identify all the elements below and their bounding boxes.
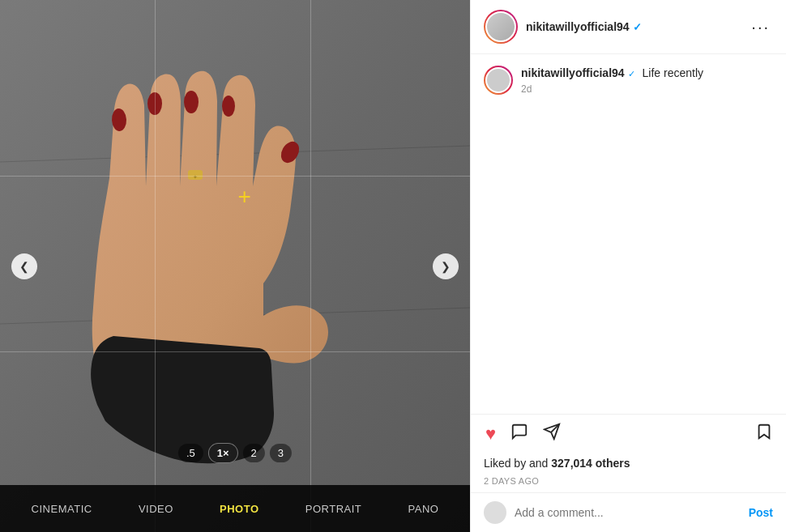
svg-point-5 bbox=[184, 91, 199, 113]
liked-by-label: Liked by bbox=[484, 457, 526, 470]
header-avatar[interactable] bbox=[484, 10, 518, 44]
post-header: nikitawillyofficial94 ✓ ··· bbox=[471, 0, 786, 54]
camera-panel: ✦ الله + ❮ ❯ .5 1× 2 3 CINEMATIC VIDEO P… bbox=[0, 0, 470, 532]
comment-text: Life recently bbox=[643, 66, 703, 79]
instagram-panel: nikitawillyofficial94 ✓ ··· nikitawillyo… bbox=[470, 0, 786, 532]
post-timestamp: 2 DAYS AGO bbox=[471, 475, 786, 492]
mode-photo[interactable]: PHOTO bbox=[213, 500, 266, 518]
zoom-2x[interactable]: 2 bbox=[243, 444, 265, 462]
share-icon bbox=[543, 423, 561, 440]
add-comment-row: Post bbox=[471, 492, 786, 532]
share-button[interactable] bbox=[541, 421, 562, 447]
likes-count[interactable]: 327,014 others bbox=[551, 457, 630, 470]
comment-verified-badge: ✓ bbox=[628, 69, 635, 79]
header-username-row: nikitawillyofficial94 ✓ bbox=[526, 20, 642, 33]
user-avatar-small bbox=[484, 501, 506, 524]
svg-text:✦: ✦ bbox=[193, 174, 198, 180]
svg-point-6 bbox=[222, 96, 235, 117]
comment-time: 2d bbox=[521, 83, 773, 95]
comment-input[interactable] bbox=[515, 506, 741, 519]
comment-section: nikitawillyofficial94 ✓ Life recently 2d bbox=[471, 54, 786, 414]
post-comment-button[interactable]: Post bbox=[749, 506, 773, 519]
header-username[interactable]: nikitawillyofficial94 bbox=[526, 20, 630, 33]
zoom-controls: .5 1× 2 3 bbox=[178, 443, 292, 463]
more-options-button[interactable]: ··· bbox=[748, 18, 773, 36]
comment-button[interactable] bbox=[509, 421, 530, 447]
mode-pano[interactable]: PANO bbox=[402, 500, 446, 518]
comment-avatar[interactable] bbox=[484, 66, 513, 95]
camera-mode-bar: CINEMATIC VIDEO PHOTO PORTRAIT PANO bbox=[0, 485, 470, 532]
header-verified-badge: ✓ bbox=[633, 21, 642, 33]
actions-bar: ♥ bbox=[471, 414, 786, 453]
main-comment: nikitawillyofficial94 ✓ Life recently 2d bbox=[484, 66, 773, 95]
bookmark-button[interactable] bbox=[755, 423, 773, 445]
avatar-image bbox=[487, 13, 515, 40]
svg-point-4 bbox=[147, 92, 162, 115]
bookmark-icon bbox=[755, 423, 773, 440]
comment-content: nikitawillyofficial94 ✓ Life recently 2d bbox=[521, 66, 773, 95]
comment-avatar-image bbox=[485, 67, 511, 93]
comment-username[interactable]: nikitawillyofficial94 bbox=[521, 66, 625, 79]
zoom-3x[interactable]: 3 bbox=[270, 444, 292, 462]
mode-video[interactable]: VIDEO bbox=[132, 500, 180, 518]
prev-arrow[interactable]: ❮ bbox=[11, 253, 37, 279]
likes-row: Liked by and 327,014 others bbox=[471, 453, 786, 475]
mode-portrait[interactable]: PORTRAIT bbox=[299, 500, 369, 518]
comment-icon bbox=[510, 423, 528, 440]
like-button[interactable]: ♥ bbox=[484, 422, 498, 446]
liked-by-suffix: and bbox=[529, 457, 548, 470]
zoom-1x[interactable]: 1× bbox=[208, 443, 238, 463]
mode-cinematic[interactable]: CINEMATIC bbox=[25, 500, 99, 518]
focus-crosshair: + bbox=[237, 185, 250, 208]
next-arrow[interactable]: ❯ bbox=[433, 253, 459, 279]
zoom-05[interactable]: .5 bbox=[178, 444, 203, 462]
